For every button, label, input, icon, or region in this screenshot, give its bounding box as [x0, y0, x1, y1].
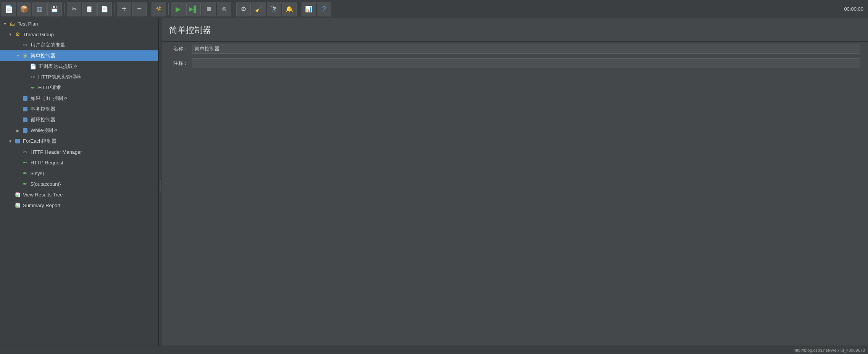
tree-label-regex: 正则表达式提取器: [38, 63, 78, 70]
clear-button[interactable]: ⚙: [236, 2, 251, 16]
tree-item-thread-group[interactable]: ▼ ⚙ Thread Group: [0, 29, 158, 40]
tree-icon-http-req: ✒: [29, 84, 37, 92]
tree-arrow-http-req: [23, 85, 28, 90]
tree-item-sys-var[interactable]: ✒ ${sys}: [0, 168, 158, 179]
tree-item-while-controller[interactable]: ▶ While控制器: [0, 125, 158, 136]
status-bar: http://blog.csdn.net/Weixiut_40989678: [0, 346, 868, 354]
tree-item-transaction-controller[interactable]: 事务控制器: [0, 104, 158, 114]
cut-button[interactable]: ✂: [67, 2, 81, 16]
save-template-button[interactable]: ▦: [32, 2, 47, 16]
tree-arrow-http-header: [23, 74, 28, 80]
content-panel: 简单控制器 名称： 注释：: [161, 18, 868, 354]
tree-item-http-header-manager2[interactable]: ✂ HTTP Header Manager: [0, 146, 158, 157]
separator-6: [299, 3, 299, 15]
reset-button[interactable]: 🔔: [282, 2, 297, 16]
separator-2: [114, 3, 115, 15]
tree-icon-user-vars: ✂: [21, 41, 29, 49]
svg-text:⚡: ⚡: [23, 53, 28, 58]
wand-button[interactable]: ⚒: [152, 2, 166, 16]
name-field[interactable]: [192, 44, 860, 54]
tree-arrow-regex: [23, 64, 28, 69]
tree-arrow-while: ▶: [15, 128, 21, 133]
open-file-button[interactable]: 📦: [17, 2, 31, 16]
tree-item-simple-controller[interactable]: ▼ ⚡ 简单控制器: [0, 50, 158, 61]
tree-panel: ▼ 🗂 Test Plan ▼ ⚙ Thread Group ✂ 用户定义的变量…: [0, 18, 158, 354]
tree-item-view-results-tree[interactable]: 📊 View Results Tree: [0, 189, 158, 200]
remove-button[interactable]: −: [132, 2, 147, 16]
tree-label-hhm2: HTTP Header Manager: [31, 149, 82, 155]
tree-label-sr: Summary Report: [23, 203, 60, 208]
comment-field[interactable]: [192, 58, 860, 68]
separator-3: [149, 3, 149, 15]
tree-item-if-controller[interactable]: 如果（If）控制器: [0, 93, 158, 104]
tree-label-if: 如果（If）控制器: [31, 95, 68, 102]
tree-label-outaccount: ${outaccount}: [31, 181, 61, 187]
shutdown-button[interactable]: ⊗: [217, 2, 231, 16]
status-text: http://blog.csdn.net/Weixiut_40989678: [794, 348, 865, 352]
splitter-handle: [160, 181, 161, 191]
tree-label-sys: ${sys}: [31, 171, 44, 176]
tree-label-foreach: ForEach控制器: [23, 138, 56, 145]
main-area: ▼ 🗂 Test Plan ▼ ⚙ Thread Group ✂ 用户定义的变量…: [0, 18, 868, 354]
tree-arrow-simple-controller: ▼: [15, 53, 21, 58]
remote-start-button[interactable]: 📊: [302, 2, 316, 16]
splitter[interactable]: [158, 18, 161, 354]
tree-item-summary-report[interactable]: 📊 Summary Report: [0, 200, 158, 211]
new-file-button[interactable]: 📄: [2, 2, 16, 16]
run-button[interactable]: ▶: [171, 2, 186, 16]
tree-label-transaction: 事务控制器: [31, 106, 55, 113]
tree-arrow-test-plan: ▼: [2, 21, 8, 26]
tree-icon-loop: [21, 116, 29, 124]
comment-form-row: 注释：: [161, 56, 868, 71]
tree-icon-while: [21, 127, 29, 134]
svg-rect-5: [23, 128, 27, 133]
tree-arrow-transaction: [15, 106, 21, 112]
svg-rect-4: [23, 117, 27, 122]
paste-button[interactable]: 📄: [97, 2, 112, 16]
tree-label-test-plan: Test Plan: [18, 21, 38, 27]
copy-button[interactable]: 📋: [82, 2, 97, 16]
comment-label: 注释：: [169, 60, 188, 67]
content-header: 简单控制器: [161, 18, 868, 42]
svg-text:📊: 📊: [15, 203, 20, 208]
tree-label-user-vars: 用户定义的变量: [31, 42, 65, 48]
search-button[interactable]: 🔭: [267, 2, 281, 16]
tree-item-regex-extractor[interactable]: 📄 正则表达式提取器: [0, 61, 158, 72]
tree-item-outaccount-var[interactable]: ✒ ${outaccount}: [0, 179, 158, 189]
tree-icon-sys: ✒: [21, 169, 29, 177]
clear-all-button[interactable]: 🧹: [252, 2, 266, 16]
svg-text:📊: 📊: [15, 192, 20, 197]
timer-display: 00:00:00: [844, 6, 866, 12]
tree-label-simple-controller: 简单控制器: [31, 52, 55, 59]
tree-arrow-sr: [8, 203, 13, 208]
tree-arrow-thread-group: ▼: [8, 32, 13, 37]
tree-item-http-header-mgr[interactable]: ✂ HTTP信息头管理器: [0, 72, 158, 82]
name-label: 名称：: [169, 45, 188, 52]
tree-arrow-hr2: [15, 160, 21, 165]
tree-arrow-loop: [15, 117, 21, 122]
save-button[interactable]: 💾: [47, 2, 62, 16]
run-no-pauses-button[interactable]: ▶▌: [186, 2, 201, 16]
toolbar: 📄 📦 ▦ 💾 ✂ 📋 📄 + − ⚒ ▶ ▶▌ ⏹ ⊗ ⚙: [0, 0, 868, 18]
tree-icon-thread-group: ⚙: [14, 31, 21, 38]
tree-item-http-request[interactable]: ✒ HTTP请求: [0, 82, 158, 93]
tree-item-user-vars[interactable]: ✂ 用户定义的变量: [0, 40, 158, 50]
add-button[interactable]: +: [117, 2, 131, 16]
tree-arrow-foreach: ▼: [8, 138, 13, 144]
svg-rect-3: [23, 107, 27, 111]
tree-item-test-plan[interactable]: ▼ 🗂 Test Plan: [0, 18, 158, 29]
tree-item-loop-controller[interactable]: 循环控制器: [0, 114, 158, 125]
tree-icon-http-header: ✂: [29, 73, 37, 81]
help-button[interactable]: ?: [317, 2, 331, 16]
tree-item-http-request2[interactable]: ✒ HTTP Request: [0, 157, 158, 168]
stop-button[interactable]: ⏹: [202, 2, 216, 16]
content-title: 简单控制器: [169, 24, 860, 36]
separator-1: [64, 3, 65, 15]
tree-icon-hr2: ✒: [21, 159, 29, 166]
tree-icon-test-plan: 🗂: [8, 20, 16, 27]
tree-icon-outaccount: ✒: [21, 180, 29, 188]
tree-label-http-req: HTTP请求: [38, 84, 61, 91]
tree-arrow-sys: [15, 171, 21, 176]
tree-label-vrt: View Results Tree: [23, 192, 63, 198]
tree-item-foreach-controller[interactable]: ▼ ForEach控制器: [0, 136, 158, 146]
